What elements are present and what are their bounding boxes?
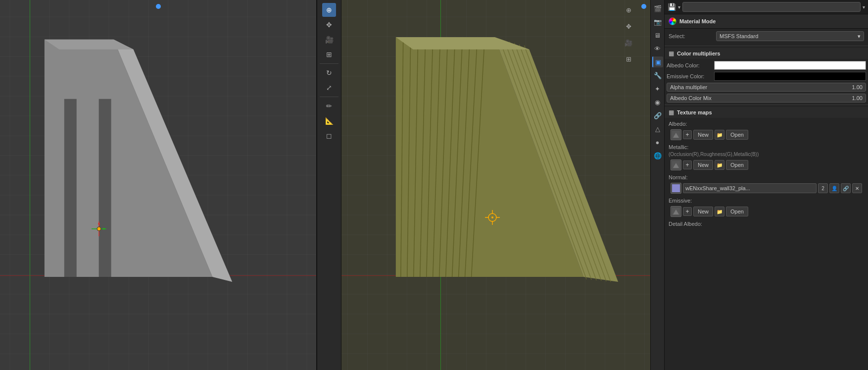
cursor-icon[interactable]: ⊕ — [322, 3, 336, 17]
albedo-color-row: Albedo Color: — [665, 61, 868, 70]
metallic-texture-label: Metallic: — [669, 144, 864, 150]
emissive-color-picker[interactable] — [714, 72, 866, 81]
save-icon[interactable]: 💾 — [668, 3, 676, 11]
select-row: Select: MSFS Standard ▾ — [665, 29, 868, 44]
normal-number-field[interactable]: 2 — [818, 183, 828, 193]
select-value: MSFS Standard — [720, 33, 758, 39]
object-props-icon[interactable]: ▣ — [652, 56, 663, 67]
albedo-add-btn[interactable]: + — [683, 130, 692, 139]
scene-props-icon[interactable]: 🎬 — [652, 3, 663, 14]
emissive-add-btn[interactable]: + — [683, 207, 692, 216]
emissive-thumb[interactable] — [671, 206, 681, 217]
vp-camera-icon[interactable]: 🎥 — [622, 36, 635, 50]
normal-texture-name[interactable]: wENxxShare_wall32_pla... — [683, 183, 817, 193]
svg-point-32 — [491, 216, 493, 218]
nav-dot-left — [156, 4, 161, 9]
color-multipliers-title: Color multipliers — [677, 51, 720, 56]
viewport-left[interactable] — [0, 0, 317, 370]
transform-widget-left — [92, 221, 106, 236]
alpha-multiplier-row: Alpha multiplier 1.00 — [665, 83, 868, 92]
texture-maps-title: Texture maps — [677, 109, 712, 115]
alpha-multiplier-label: Alpha multiplier — [670, 84, 707, 90]
transform-icon[interactable]: ⤢ — [322, 81, 336, 95]
center-toolbar: ⊕ ✥ 🎥 ⊞ ↻ ⤢ ✏ 📐 ◻ — [317, 0, 341, 370]
data-props-icon[interactable]: △ — [652, 123, 663, 134]
select-chevron-icon: ▾ — [858, 33, 861, 40]
metallic-new-btn[interactable]: New — [693, 160, 713, 170]
albedo-texture-section: Albedo: + New 📁 Open — [665, 120, 868, 143]
detail-albedo-section: Detail Albedo: — [665, 220, 868, 229]
material-mode-label: Material Mode — [679, 18, 716, 24]
particles-props-icon[interactable]: ✦ — [652, 83, 663, 94]
vp-grid-icon[interactable]: ⊞ — [622, 52, 635, 66]
normal-unlink-icon[interactable]: 🔗 — [841, 183, 851, 193]
metallic-texture-row: + New 📁 Open — [669, 159, 864, 171]
metallic-folder-icon[interactable]: 📁 — [715, 160, 724, 170]
emissive-new-btn[interactable]: New — [693, 207, 713, 216]
props-search-bar: 💾 ▾ ▾ — [665, 0, 868, 14]
normal-close-icon[interactable]: ✕ — [852, 183, 862, 193]
albedo-folder-icon[interactable]: 📁 — [715, 130, 724, 140]
svg-point-9 — [103, 228, 105, 230]
metallic-add-btn[interactable]: + — [683, 160, 692, 169]
props-search-input[interactable] — [682, 2, 861, 12]
nav-dot-right — [641, 4, 646, 9]
alpha-multiplier-field[interactable]: Alpha multiplier 1.00 — [667, 83, 866, 92]
normal-thumb[interactable] — [671, 183, 681, 194]
color-wheel-icon — [669, 17, 676, 25]
color-multipliers-header[interactable]: ▦ Color multipliers — [665, 48, 868, 59]
physics-props-icon[interactable]: ◉ — [652, 97, 663, 107]
svg-marker-30 — [396, 37, 530, 50]
measure-icon[interactable]: 📐 — [322, 114, 336, 128]
grid-view-icon[interactable]: ⊞ — [322, 48, 336, 61]
svg-point-8 — [98, 223, 100, 225]
albedo-new-btn[interactable]: New — [693, 130, 713, 140]
texture-maps-header[interactable]: ▦ Texture maps — [665, 107, 868, 118]
normal-texture-label: Normal: — [669, 174, 864, 180]
metallic-texture-section: Metallic: (Occlusion(R),Roughness(G),Met… — [665, 143, 868, 173]
emissive-texture-label: Emissive: — [669, 198, 864, 204]
albedo-color-picker[interactable] — [714, 61, 866, 70]
albedo-mix-row: Albedo Color Mix 1.00 — [665, 94, 868, 103]
world-props-icon[interactable]: 🌐 — [652, 150, 663, 161]
select-label: Select: — [669, 33, 713, 39]
render-props-icon[interactable]: 📷 — [652, 16, 663, 27]
grid-section-icon: ▦ — [669, 50, 674, 57]
normal-users-icon[interactable]: 👤 — [829, 183, 839, 193]
emissive-open-btn[interactable]: Open — [726, 207, 748, 216]
constraints-props-icon[interactable]: 🔗 — [652, 110, 663, 121]
albedo-thumb[interactable] — [671, 129, 681, 140]
modifier-props-icon[interactable]: 🔧 — [652, 70, 663, 81]
emissive-color-row: Emissive Color: — [665, 72, 868, 81]
albedo-texture-label: Albedo: — [669, 121, 864, 127]
metallic-thumb[interactable] — [671, 159, 681, 170]
svg-rect-39 — [672, 184, 680, 192]
view-props-icon[interactable]: 👁 — [652, 43, 663, 54]
metallic-open-btn[interactable]: Open — [726, 160, 748, 170]
alpha-multiplier-value: 1.00 — [852, 84, 863, 90]
viewport-right-toolbar: ⊕ ✥ 🎥 ⊞ — [622, 2, 635, 66]
albedo-mix-field[interactable]: Albedo Color Mix 1.00 — [667, 94, 866, 103]
transform-widget-right — [485, 210, 500, 226]
material-mode-header: Material Mode — [665, 14, 868, 29]
albedo-open-btn[interactable]: Open — [726, 130, 748, 140]
texture-section-icon: ▦ — [669, 109, 674, 116]
vp-cursor-icon[interactable]: ⊕ — [622, 3, 635, 17]
detail-albedo-label: Detail Albedo: — [669, 221, 864, 227]
rotate-icon[interactable]: ↻ — [322, 66, 336, 80]
viewport-right[interactable]: ⊕ ✥ 🎥 ⊞ — [341, 0, 651, 370]
msfs-standard-select[interactable]: MSFS Standard ▾ — [716, 31, 864, 41]
box-select-icon[interactable]: ◻ — [322, 129, 336, 143]
vp-move-icon[interactable]: ✥ — [622, 19, 635, 33]
output-props-icon[interactable]: 🖥 — [652, 30, 663, 41]
svg-marker-3 — [99, 99, 111, 277]
save-dropdown-icon[interactable]: ▾ — [678, 4, 680, 10]
move-icon[interactable]: ✥ — [322, 18, 336, 32]
camera-persp-icon[interactable]: 🎥 — [322, 33, 336, 47]
material-props-icon[interactable]: ● — [652, 137, 663, 148]
emissive-folder-icon[interactable]: 📁 — [715, 207, 724, 216]
search-expand-icon[interactable]: ▾ — [863, 4, 865, 10]
annotate-icon[interactable]: ✏ — [322, 99, 336, 113]
emissive-texture-section: Emissive: + New 📁 Open — [665, 197, 868, 220]
properties-content: 💾 ▾ ▾ Material Mode Select: MSFS Standar… — [665, 0, 868, 370]
